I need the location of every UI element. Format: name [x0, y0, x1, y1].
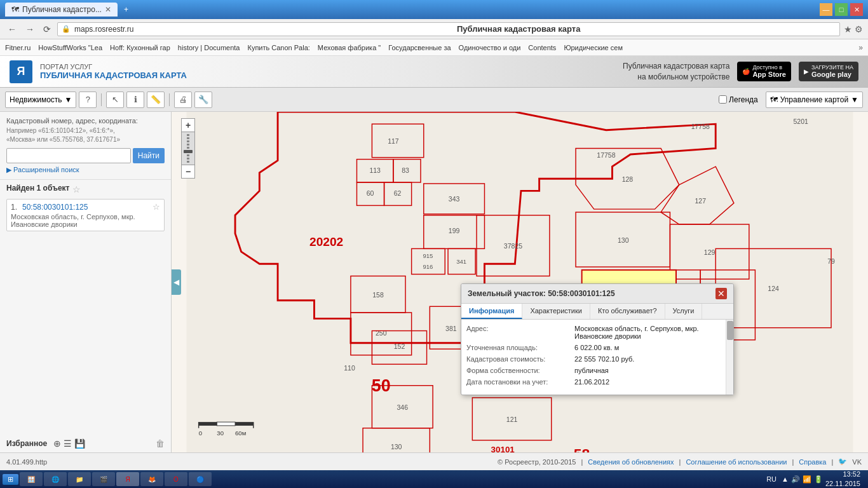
help-link[interactable]: Справка	[799, 458, 826, 466]
search-input[interactable]	[6, 148, 131, 163]
bookmark-history[interactable]: history | Documenta	[178, 44, 240, 51]
bookmark-canon[interactable]: Купить Canon Pala:	[247, 44, 309, 51]
legend-label: Легенда	[729, 95, 758, 104]
layer-dropdown[interactable]: Недвижимость ▼	[5, 92, 76, 108]
start-button[interactable]: ⊞	[3, 474, 18, 485]
back-button[interactable]: ←	[5, 23, 19, 36]
save-results-icon[interactable]: ☆	[72, 184, 81, 194]
tab-information[interactable]: Информация	[461, 304, 522, 319]
network-icon[interactable]: 📶	[803, 475, 811, 484]
result-star-icon[interactable]: ☆	[153, 202, 160, 212]
browser-tab[interactable]: 🗺 Публичная кадастро... ✕	[5, 3, 118, 17]
info-icon: ℹ	[134, 95, 137, 104]
manage-map-button[interactable]: 🗺 Управление картой ▼	[766, 92, 863, 108]
titlebar: 🗺 Публичная кадастро... ✕ + — □ ✕	[0, 0, 868, 19]
result-id-link[interactable]: 50:58:0030101:125	[22, 203, 88, 212]
maximize-button[interactable]: □	[835, 3, 848, 16]
bookmark-mex[interactable]: Меховая фабрика "	[318, 44, 381, 51]
question-button[interactable]: ?	[79, 92, 97, 108]
googleplay-button[interactable]: ▶ ЗАГРУЗИТЕ НАGoogle play	[799, 62, 858, 82]
cursor-tool-button[interactable]: ↖	[106, 92, 124, 108]
taskbar-opera[interactable]: O	[165, 472, 187, 486]
search-button[interactable]: Найти	[133, 148, 165, 163]
manage-map-arrow-icon: ▼	[851, 95, 858, 104]
bookmark-star-button[interactable]: ★	[844, 24, 852, 34]
wrench-button[interactable]: 🔧	[194, 92, 212, 108]
chrome-icon: 🔵	[196, 476, 204, 483]
bookmark-odin[interactable]: Одиночество и оди	[459, 44, 521, 51]
info-row-cadastral-value: Кадастровая стоимость: 22 555 702.10 руб…	[466, 355, 728, 363]
legend-toggle[interactable]: Легенда	[719, 95, 758, 104]
zoom-in-button[interactable]: +	[181, 118, 195, 132]
ruler-tool-button[interactable]: 📏	[147, 92, 165, 108]
map-expand-button[interactable]: ◀	[172, 269, 181, 295]
zoom-tick	[187, 158, 189, 159]
agreement-link[interactable]: Соглашение об использовании	[686, 458, 787, 466]
zoom-slider[interactable]	[181, 132, 195, 165]
twitter-icon[interactable]: 🐦	[838, 458, 847, 466]
speaker-icon[interactable]: 🔊	[791, 475, 800, 484]
popup-tabs: Информация Характеристики Кто обслуживае…	[461, 304, 733, 320]
taskbar-files[interactable]: 📁	[68, 472, 91, 486]
bookmark-howstuff[interactable]: HowStuffWorks "Lea	[38, 44, 102, 51]
up-arrow-icon[interactable]: ▲	[782, 475, 789, 483]
svg-text:83: 83	[402, 166, 409, 174]
taskbar-explorer[interactable]: 🪟	[20, 472, 43, 486]
advanced-search-link[interactable]: ▶ Расширенный поиск	[6, 166, 79, 174]
tab-characteristics[interactable]: Характеристики	[522, 304, 590, 319]
taskbar-ie[interactable]: 🌐	[44, 472, 67, 486]
bookmark-contents[interactable]: Contents	[528, 44, 556, 51]
legend-checkbox[interactable]	[719, 95, 727, 104]
tab-who-serves[interactable]: Кто обслуживает?	[590, 304, 665, 319]
fav-add-icon[interactable]: ⊕	[53, 438, 61, 449]
zoom-tick	[187, 144, 189, 146]
svg-text:0: 0	[199, 430, 202, 437]
fav-save-icon[interactable]: 💾	[74, 438, 85, 449]
map-area[interactable]: ◀ 117 113 83	[172, 112, 868, 452]
tab-close-button[interactable]: ✕	[105, 5, 111, 14]
result-item[interactable]: 1. 50:58:0030101:125 ☆ Московская област…	[6, 199, 165, 231]
zoom-out-button[interactable]: −	[181, 165, 195, 179]
address-label: Адрес:	[466, 325, 574, 340]
bookmark-yurid[interactable]: Юридические сем	[564, 44, 623, 51]
system-tray: RU ▲ 🔊 📶 🔋 13:52 22.11.2015	[766, 470, 865, 488]
bookmark-gos[interactable]: Государсвенные за	[388, 44, 451, 51]
bookmark-hoff[interactable]: Hoff: Кухонный гар	[110, 44, 170, 51]
zoom-thumb[interactable]	[184, 150, 193, 153]
close-window-button[interactable]: ✕	[850, 3, 863, 16]
bookmark-fitner[interactable]: Fitner.ru	[5, 44, 31, 51]
appstore-button[interactable]: 🍎 Доступно вApp Store	[737, 62, 791, 82]
fav-delete-icon[interactable]: 🗑	[156, 438, 165, 449]
address-value: Московская область, г. Серпухов, мкр. Ив…	[574, 325, 719, 340]
print-button[interactable]: 🖨	[174, 92, 192, 108]
popup-title: Земельный участок: 50:58:0030101:125	[468, 289, 615, 298]
scroll-thumb[interactable]	[727, 321, 733, 340]
popup-scrollbar[interactable]	[726, 320, 733, 395]
taskbar-chrome[interactable]: 🔵	[189, 472, 212, 486]
svg-text:199: 199	[449, 227, 460, 234]
popup-close-button[interactable]: ✕	[715, 288, 727, 299]
taskbar-firefox[interactable]: 🦊	[140, 472, 163, 486]
forward-button[interactable]: →	[23, 23, 37, 36]
tab-services[interactable]: Услуги	[665, 304, 703, 319]
updates-link[interactable]: Сведения об обновлениях	[588, 458, 674, 466]
map-and-sidebar: Кадастровый номер, адрес, координата: На…	[0, 112, 868, 452]
refresh-button[interactable]: ⟳	[41, 23, 53, 36]
settings-button[interactable]: ⚙	[855, 24, 863, 34]
url-text: maps.rosreestr.ru	[74, 25, 453, 34]
tab-favicon: 🗺	[11, 5, 19, 14]
zoom-tick	[187, 137, 189, 139]
fav-list-icon[interactable]: ☰	[64, 438, 72, 449]
taskbar-yandex[interactable]: Я	[116, 472, 139, 486]
svg-text:127: 127	[695, 197, 706, 205]
vk-icon[interactable]: VK	[852, 458, 862, 466]
new-tab-button[interactable]: +	[119, 3, 133, 17]
info-tool-button[interactable]: ℹ	[126, 92, 144, 108]
battery-icon[interactable]: 🔋	[814, 475, 823, 484]
url-field[interactable]: 🔒 maps.rosreestr.ru Публичная кадастрова…	[57, 22, 840, 36]
minimize-button[interactable]: —	[820, 3, 832, 16]
taskbar-media[interactable]: 🎬	[92, 472, 115, 486]
svg-rect-66	[199, 422, 217, 426]
more-bookmarks-button[interactable]: »	[858, 43, 863, 52]
copyright-text: © Росреестр, 2010-2015	[498, 458, 576, 466]
